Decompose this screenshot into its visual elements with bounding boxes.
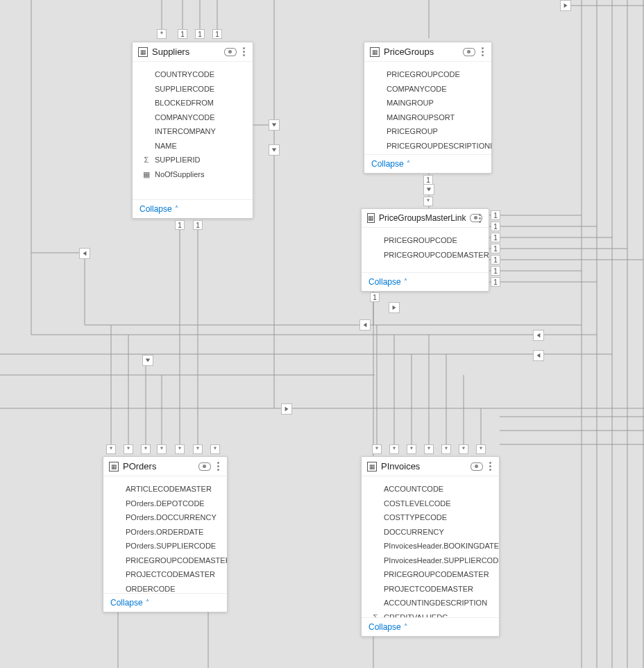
field-row[interactable]: POrders.DEPOTCODE [113, 496, 227, 511]
measure-icon: ▦ [142, 169, 151, 181]
field-label: PRICEGROUPCODEMASTER [384, 249, 489, 261]
field-label: PRICEGROUPCODE [387, 69, 460, 81]
relationship-lines [0, 0, 644, 668]
table-header[interactable]: ▦ PriceGroups [364, 42, 491, 62]
cardinality-many: * [124, 444, 133, 454]
field-row[interactable]: PInvoicesHeader.SUPPLIERCODE [371, 553, 499, 568]
table-icon: ▦ [370, 47, 380, 57]
cardinality-many: * [141, 444, 151, 454]
field-row[interactable]: COMPANYCODE [374, 82, 491, 97]
field-row[interactable]: COUNTRYCODE [142, 67, 243, 82]
table-title: Suppliers [152, 47, 220, 57]
chevron-up-icon: ˄ [146, 599, 149, 606]
field-label: PRICEGROUP [387, 126, 438, 137]
field-row[interactable]: PRICEGROUP [374, 124, 491, 139]
table-header[interactable]: ▦ POrders [103, 457, 227, 476]
table-suppliers[interactable]: ▦ Suppliers COUNTRYCODESUPPLIERCODEBLOCK… [132, 42, 253, 219]
field-row[interactable]: POrders.DOCCURRENCY [113, 510, 227, 525]
visibility-icon[interactable] [471, 462, 483, 471]
table-header[interactable]: ▦ PriceGroupsMasterLink [362, 209, 489, 228]
svg-marker-53 [427, 188, 431, 192]
field-label: CREDITVALUEDC [384, 612, 448, 618]
field-row[interactable]: COSTLEVELCODE [371, 496, 499, 511]
field-row[interactable]: COMPANYCODE [142, 110, 243, 125]
field-label: NAME [155, 140, 177, 152]
cardinality-one: 1 [423, 175, 433, 185]
table-title: PriceGroupsMasterLink [379, 213, 466, 223]
table-pricegroups[interactable]: ▦ PriceGroups PRICEGROUPCODECOMPANYCODEM… [364, 42, 492, 174]
collapse-button[interactable]: Collapse ˄ [368, 277, 407, 287]
field-label: MAINGROUP [387, 97, 434, 109]
field-row[interactable]: ▦NoOfSuppliers [142, 167, 243, 182]
field-label: ACCOUNTINGDESCRIPTION [384, 597, 487, 609]
field-row[interactable]: POrders.ORDERDATE [113, 525, 227, 540]
collapse-label: Collapse [368, 277, 401, 287]
cardinality-many: * [175, 444, 185, 454]
more-options-icon[interactable] [215, 462, 221, 471]
table-pinvoices[interactable]: ▦ PInvoices ACCOUNTCODECOSTLEVELCODECOST… [361, 456, 500, 637]
field-label: COMPANYCODE [387, 83, 447, 95]
field-row[interactable]: ΣSUPPLIERID [142, 153, 243, 167]
more-options-icon[interactable] [487, 462, 493, 471]
field-row[interactable]: INTERCOMPANY [142, 124, 243, 139]
field-label: SUPPLIERID [155, 154, 200, 166]
field-row[interactable]: ARTICLECODEMASTER [113, 482, 227, 496]
table-icon: ▦ [367, 213, 375, 223]
collapse-button[interactable]: Collapse ˄ [139, 204, 178, 214]
field-row[interactable]: ACCOUNTINGDESCRIPTION [371, 596, 499, 610]
cardinality-one: 1 [370, 292, 380, 302]
filter-direction-down-icon [269, 119, 280, 131]
more-options-icon[interactable] [480, 47, 486, 56]
field-row[interactable]: COSTTYPECODE [371, 510, 499, 525]
field-row[interactable]: MAINGROUP [374, 96, 491, 110]
cardinality-many: * [372, 444, 382, 454]
field-row[interactable]: ACCOUNTCODE [371, 482, 499, 496]
field-label: PRICEGROUPCODEMASTER [384, 569, 489, 581]
field-row[interactable]: PROJECTCODEMASTER [113, 567, 227, 582]
svg-marker-60 [285, 407, 289, 411]
collapse-button[interactable]: Collapse ˄ [368, 622, 407, 632]
field-row[interactable]: PRICEGROUPCODEMASTER [371, 248, 489, 262]
cardinality-one: 1 [193, 220, 203, 230]
cardinality-one: 1 [491, 266, 500, 276]
field-row[interactable]: PRICEGROUPCODE [374, 67, 491, 82]
visibility-icon[interactable] [198, 462, 211, 471]
field-row[interactable]: MAINGROUPSORT [374, 110, 491, 125]
table-porders[interactable]: ▦ POrders ARTICLECODEMASTERPOrders.DEPOT… [103, 456, 228, 612]
field-row[interactable]: PRICEGROUPCODEMASTER [113, 553, 227, 568]
filter-direction-right-icon [281, 403, 292, 415]
visibility-icon[interactable] [463, 48, 475, 56]
field-row[interactable]: NAME [142, 139, 243, 153]
field-row[interactable]: POrders.SUPPLIERCODE [113, 539, 227, 553]
cardinality-one: 1 [195, 29, 205, 39]
field-row[interactable]: PRICEGROUPID [374, 153, 491, 154]
field-row[interactable]: ORDERCODE [113, 582, 227, 594]
field-label: POrders.DOCCURRENCY [126, 512, 217, 524]
collapse-button[interactable]: Collapse ˄ [110, 598, 149, 608]
field-row[interactable]: PRICEGROUPCODEMASTER [371, 567, 499, 582]
visibility-icon[interactable] [470, 214, 473, 222]
field-label: PRICEGROUPCODE [384, 235, 457, 247]
field-row[interactable]: SUPPLIERCODE [142, 82, 243, 97]
field-row[interactable]: PRICEGROUPCODE [371, 233, 489, 248]
chevron-up-icon: ˄ [404, 278, 407, 285]
visibility-icon[interactable] [224, 48, 237, 56]
field-row[interactable]: PRICEGROUPDESCRIPTIONEN [374, 139, 491, 153]
collapse-button[interactable]: Collapse ˄ [371, 159, 410, 169]
field-row[interactable]: PInvoicesHeader.BOOKINGDATE [371, 539, 499, 553]
field-label: PROJECTCODEMASTER [384, 583, 473, 595]
table-header[interactable]: ▦ PInvoices [362, 457, 499, 476]
field-row[interactable]: DOCCURRENCY [371, 525, 499, 540]
table-icon: ▦ [367, 462, 377, 471]
field-row[interactable]: PROJECTCODEMASTER [371, 582, 499, 596]
field-label: PROJECTCODEMASTER [126, 569, 215, 581]
field-label: MAINGROUPSORT [387, 112, 455, 124]
more-options-icon[interactable] [241, 47, 247, 56]
field-label: SUPPLIERCODE [155, 83, 214, 95]
field-row[interactable]: BLOCKEDFROM [142, 96, 243, 110]
field-row[interactable]: ΣCREDITVALUEDC [371, 610, 499, 618]
sigma-icon: Σ [142, 154, 151, 166]
svg-marker-61 [564, 3, 568, 8]
table-pricegroupsmasterlink[interactable]: ▦ PriceGroupsMasterLink PRICEGROUPCODEPR… [361, 208, 489, 292]
table-header[interactable]: ▦ Suppliers [133, 42, 253, 62]
